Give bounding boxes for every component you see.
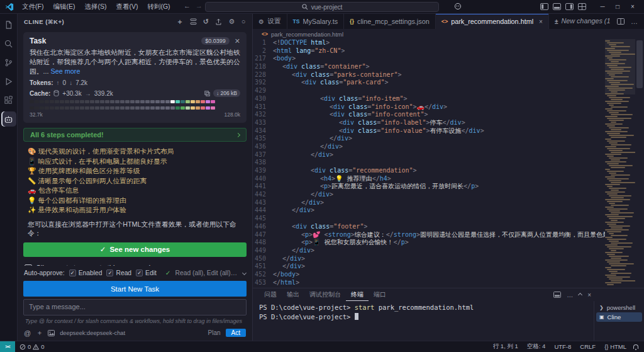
- menu-item[interactable]: 查看(V): [111, 1, 142, 13]
- line-number: 450: [253, 255, 273, 263]
- editor-scrollbar[interactable]: [635, 39, 644, 288]
- explorer-icon[interactable]: [1, 17, 16, 32]
- new-task-icon[interactable]: ＋: [176, 17, 184, 26]
- history-icon[interactable]: ↺: [203, 18, 209, 26]
- status-item[interactable]: 行 1, 列 1: [489, 343, 523, 351]
- cline-view-icon[interactable]: [1, 111, 16, 127]
- search-view-icon[interactable]: [1, 36, 16, 51]
- remote-indicator[interactable]: ><: [0, 341, 15, 352]
- message-input[interactable]: [29, 303, 241, 312]
- more-actions-icon[interactable]: …: [631, 18, 638, 25]
- search-icon: [302, 4, 308, 10]
- code-line: 452</body>: [253, 271, 605, 279]
- panel-tab-问题[interactable]: 问题: [259, 288, 282, 301]
- html-icon: <>: [441, 18, 448, 25]
- line-number: 443: [253, 199, 273, 207]
- auto-approve-enabled[interactable]: ✓Enabled: [69, 270, 103, 276]
- panel-layout-icon[interactable]: [553, 292, 561, 298]
- menu-item[interactable]: 文件(F): [18, 1, 48, 13]
- panel-more-icon[interactable]: …: [567, 292, 573, 298]
- copilot-icon[interactable]: [454, 3, 462, 10]
- back-arrow-icon[interactable]: ←: [184, 2, 191, 9]
- extensions-icon[interactable]: [1, 93, 16, 108]
- tab-cline_mcp_settings.json[interactable]: {}cline_mcp_settings.json: [344, 14, 436, 29]
- steps-completed-banner[interactable]: All 6 steps completed!: [23, 128, 247, 142]
- tab-New-changes-(1-个文件)[interactable]: ±New changes (1 个文件): [549, 14, 611, 29]
- mention-icon[interactable]: @: [24, 329, 31, 337]
- tab-label: MySalary.ts: [303, 18, 338, 25]
- minimap[interactable]: [605, 39, 635, 288]
- line-number: 392: [253, 79, 273, 87]
- breadcrumb[interactable]: <> park_recommendation.html: [253, 29, 644, 39]
- status-bar: >< 0 0 行 1, 列 1空格: 4UTF-8CRLF{} HTML: [0, 341, 644, 352]
- terminal-line: PS D:\code\vue-project>: [259, 312, 594, 322]
- forward-arrow-icon[interactable]: →: [196, 2, 203, 9]
- customize-layout-icon[interactable]: [578, 3, 586, 10]
- act-toggle[interactable]: Act: [226, 329, 246, 337]
- vscode-logo: [5, 3, 14, 11]
- terminal-cursor: [355, 313, 358, 320]
- minimize-icon[interactable]: ─: [595, 0, 610, 13]
- code-area[interactable]: 1<!DOCTYPE html>2<html lang="zh-CN">217<…: [253, 39, 605, 288]
- problems-status[interactable]: 0 0: [15, 343, 49, 350]
- terminal-output[interactable]: PS D:\code\vue-project> start park_recom…: [253, 301, 594, 341]
- settings-gear-icon[interactable]: ⚙: [228, 18, 235, 26]
- terminal-session-powershell[interactable]: ❯powershell: [596, 303, 642, 312]
- auto-approve-edit[interactable]: ✓Edit: [136, 270, 157, 276]
- json-icon: {}: [350, 18, 354, 25]
- task-close-icon[interactable]: ✕: [235, 37, 240, 45]
- account-icon[interactable]: ○: [242, 18, 246, 25]
- code-line: 441<p>距离您最近，适合喜欢运动的情侣，开放时间长</p>: [253, 183, 605, 191]
- tab-park_recommendation.html[interactable]: <>park_recommendation.html×: [436, 14, 549, 29]
- search-box[interactable]: vue-project: [205, 2, 439, 12]
- model-label[interactable]: deepseek:deepseek-chat: [60, 330, 203, 336]
- menu-item[interactable]: 转到(G): [143, 1, 174, 13]
- split-editor-icon[interactable]: [617, 18, 625, 25]
- status-item[interactable]: {} HTML: [600, 343, 631, 350]
- auto-approve-read[interactable]: ✓Read: [106, 270, 131, 276]
- panel-tab-终端[interactable]: 终端: [346, 288, 369, 301]
- close-window-icon[interactable]: ×: [625, 0, 640, 13]
- add-context-icon[interactable]: ＋: [36, 328, 43, 338]
- image-icon[interactable]: [48, 330, 55, 336]
- line-number: 446: [253, 223, 273, 231]
- line-number: 439: [253, 167, 273, 175]
- code-editor[interactable]: 1<!DOCTYPE html>2<html lang="zh-CN">217<…: [253, 39, 644, 288]
- panel-tab-输出[interactable]: 输出: [282, 288, 304, 301]
- terminal-line: PS D:\code\vue-project> start park_recom…: [259, 303, 594, 312]
- toggle-sidebar-icon[interactable]: [540, 3, 548, 10]
- status-item[interactable]: UTF-8: [550, 343, 575, 350]
- see-new-changes-button[interactable]: ✓ See new changes: [23, 242, 247, 257]
- title-bar: 文件(F)编辑(E)选择(S)查看(V)转到(G) ← → vue-projec…: [0, 0, 644, 14]
- source-control-icon[interactable]: [1, 55, 16, 70]
- tokens-label: Tokens:: [30, 79, 53, 86]
- panel-close-icon[interactable]: ×: [587, 292, 591, 298]
- toggle-panel-icon[interactable]: [553, 3, 561, 10]
- menu-item[interactable]: 编辑(E): [48, 1, 79, 13]
- panel-maximize-icon[interactable]: [578, 292, 582, 297]
- toggle-secondary-sidebar-icon[interactable]: [565, 3, 574, 10]
- copy-icon[interactable]: [204, 91, 210, 96]
- export-icon[interactable]: [215, 18, 222, 25]
- status-item[interactable]: 空格: 4: [523, 343, 550, 351]
- bell-icon[interactable]: [633, 344, 638, 349]
- terminal-session-Cline[interactable]: ▣Cline: [596, 312, 642, 322]
- message-input-box[interactable]: [23, 299, 247, 315]
- see-more-link[interactable]: See more: [51, 67, 80, 75]
- auto-approve-row[interactable]: Auto-approve: ✓Enabled✓Read✓Edit ✓ Read …: [18, 266, 252, 278]
- start-new-task-button[interactable]: Start New Task: [23, 281, 247, 297]
- menu-item[interactable]: 选择(S): [80, 1, 111, 13]
- maximize-icon[interactable]: □: [610, 0, 625, 13]
- tab-设置[interactable]: ⚙设置: [253, 14, 287, 29]
- tab-close-icon[interactable]: ×: [539, 18, 543, 25]
- mcp-servers-icon[interactable]: [190, 18, 197, 25]
- panel-tab-调试控制台[interactable]: 调试控制台: [304, 288, 346, 301]
- panel-tab-端口[interactable]: 端口: [369, 288, 391, 301]
- scrollbar-thumb[interactable]: [636, 40, 643, 88]
- tab-MySalary.ts[interactable]: TSMySalary.ts: [287, 14, 344, 29]
- plan-toggle[interactable]: Plan: [208, 329, 221, 336]
- run-debug-icon[interactable]: [1, 74, 16, 89]
- tab-label: park_recommendation.html: [451, 18, 533, 25]
- status-item[interactable]: CRLF: [575, 343, 600, 350]
- cline-panel: CLINE (⌘K+) ＋ ↺ ⚙ ○ Task $0.0399 ✕ 我住在北京…: [18, 14, 253, 341]
